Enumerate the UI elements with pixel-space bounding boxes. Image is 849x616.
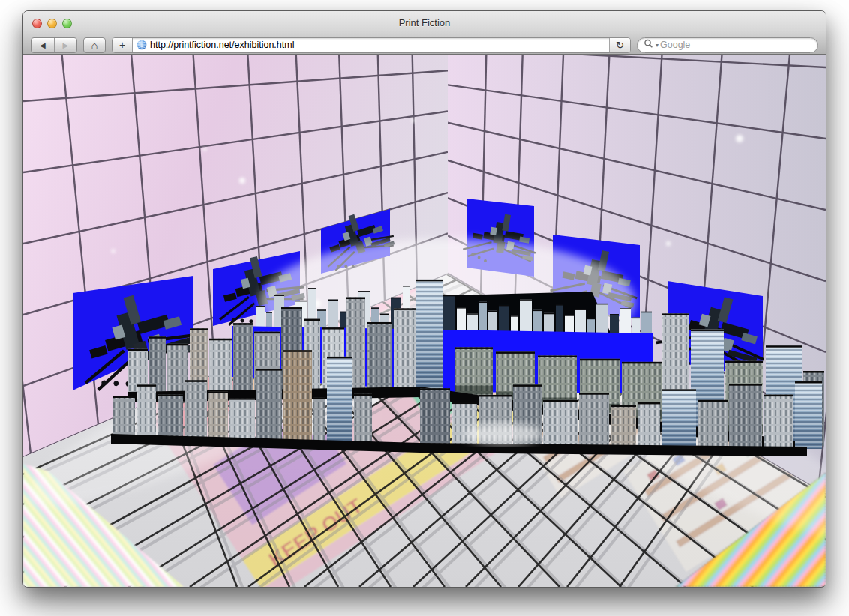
close-button[interactable]: [32, 19, 42, 28]
forward-button[interactable]: ▶: [54, 38, 77, 52]
window-title: Print Fiction: [23, 11, 826, 35]
plus-icon: +: [119, 39, 125, 51]
site-globe-icon: [136, 40, 147, 50]
history-nav: ◀ ▶: [31, 37, 77, 53]
zoom-button[interactable]: [62, 19, 72, 28]
page-content: KEEP OUT KEEP OUT Keep out of the reach …: [23, 55, 826, 587]
browser-toolbar: ◀ ▶ ⌂ +: [23, 35, 826, 55]
window-titlebar[interactable]: Print Fiction: [23, 11, 826, 35]
search-input[interactable]: [660, 40, 812, 50]
desktop: Print Fiction ◀ ▶ ⌂ +: [0, 0, 849, 616]
search-field: ▾: [637, 37, 818, 53]
home-button[interactable]: ⌂: [83, 37, 106, 53]
browser-window: Print Fiction ◀ ▶ ⌂ +: [22, 10, 826, 588]
window-header: Print Fiction ◀ ▶ ⌂ +: [23, 11, 826, 55]
minimize-button[interactable]: [47, 19, 57, 28]
reload-icon: ↻: [616, 40, 624, 51]
url-input[interactable]: [150, 40, 609, 50]
search-icon: [644, 38, 654, 52]
floor-glow: [464, 423, 542, 445]
search-dropdown-icon[interactable]: ▾: [656, 42, 658, 49]
forward-icon: ▶: [62, 41, 68, 49]
exhibition-3d-scene[interactable]: KEEP OUT KEEP OUT Keep out of the reach …: [23, 55, 826, 587]
new-tab-button[interactable]: +: [112, 38, 133, 52]
address-bar: + ↻: [112, 37, 631, 53]
back-icon: ◀: [40, 41, 46, 49]
reload-button[interactable]: ↻: [609, 38, 630, 52]
home-icon: ⌂: [91, 39, 98, 52]
back-button[interactable]: ◀: [32, 38, 54, 52]
